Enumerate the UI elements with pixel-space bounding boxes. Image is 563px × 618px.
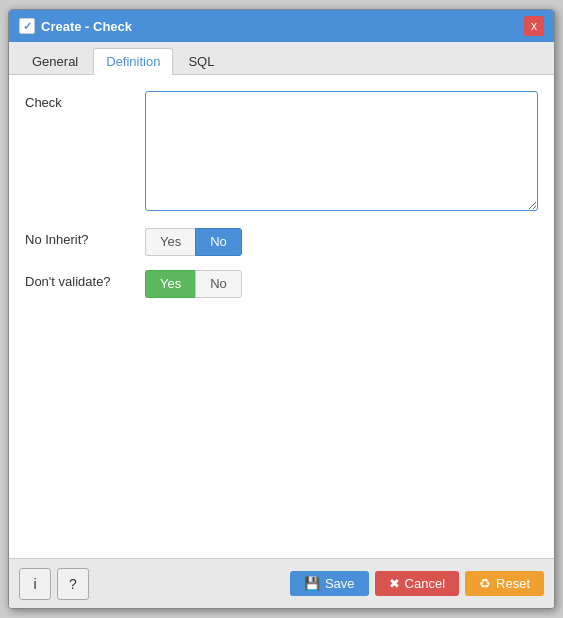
footer-left: i ? [19,568,89,600]
check-row: Check [25,91,538,214]
dont-validate-toggle: Yes No [145,270,538,298]
reset-label: Reset [496,576,530,591]
save-icon: 💾 [304,576,320,591]
no-inherit-yes-button[interactable]: Yes [145,228,195,256]
no-inherit-toggle: Yes No [145,228,538,256]
cancel-label: Cancel [405,576,445,591]
title-bar: Create - Check x [9,10,554,42]
dont-validate-yes-button[interactable]: Yes [145,270,195,298]
reset-button[interactable]: ♻ Reset [465,571,544,596]
dont-validate-row: Don't validate? Yes No [25,270,538,298]
tab-sql[interactable]: SQL [175,48,227,74]
no-inherit-row: No Inherit? Yes No [25,228,538,256]
close-button[interactable]: x [524,16,544,36]
cancel-button[interactable]: ✖ Cancel [375,571,459,596]
reset-icon: ♻ [479,576,491,591]
tab-definition[interactable]: Definition [93,48,173,75]
dont-validate-label: Don't validate? [25,270,135,289]
check-control [145,91,538,214]
no-inherit-label: No Inherit? [25,228,135,247]
tab-bar: General Definition SQL [9,42,554,75]
check-textarea[interactable] [145,91,538,211]
footer-right: 💾 Save ✖ Cancel ♻ Reset [290,571,544,596]
cancel-icon: ✖ [389,576,400,591]
dont-validate-no-button[interactable]: No [195,270,242,298]
title-bar-left: Create - Check [19,18,132,34]
dialog-title: Create - Check [41,19,132,34]
no-inherit-no-button[interactable]: No [195,228,242,256]
tab-general[interactable]: General [19,48,91,74]
check-label: Check [25,91,135,110]
save-label: Save [325,576,355,591]
save-button[interactable]: 💾 Save [290,571,369,596]
footer: i ? 💾 Save ✖ Cancel ♻ Reset [9,558,554,608]
info-button[interactable]: i [19,568,51,600]
help-button[interactable]: ? [57,568,89,600]
tab-content: Check No Inherit? Yes No Don't validate?… [9,75,554,558]
check-icon [19,18,35,34]
dialog: Create - Check x General Definition SQL … [8,9,555,609]
